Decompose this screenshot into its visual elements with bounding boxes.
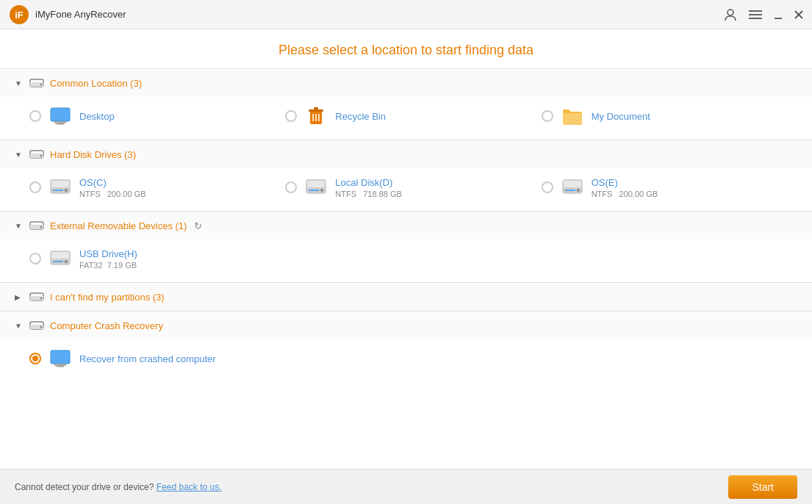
hdd-e-icon — [561, 176, 584, 199]
section-header-hard-disk[interactable]: ▼ Hard Disk Drives (3) — [0, 140, 812, 168]
app-title: iMyFone AnyRecover — [35, 9, 724, 20]
bottom-bar: Cannot detect your drive or device? Feed… — [0, 469, 812, 504]
disk-c-name: OS(C) — [79, 177, 145, 188]
section-title-common-location: Common Location (3) — [50, 78, 142, 89]
window-controls — [724, 8, 803, 21]
svg-point-2 — [727, 10, 733, 15]
svg-point-35 — [577, 189, 580, 192]
svg-rect-12 — [51, 108, 70, 121]
title-bar: iF iMyFone AnyRecover — [0, 0, 812, 29]
app-logo: iF — [9, 4, 29, 25]
bottom-text: Cannot detect your drive or device? Feed… — [15, 482, 728, 492]
section-common-location: ▼ Common Location (3) — [0, 68, 812, 140]
radio-os-c[interactable] — [29, 181, 41, 193]
section-external: ▼ External Removable Devices (1) ↻ — [0, 211, 812, 282]
scroll-area[interactable]: ▼ Common Location (3) — [0, 68, 812, 469]
start-button[interactable]: Start — [728, 475, 797, 499]
disk-c-info: OS(C) NTFS 200.00 GB — [79, 177, 145, 198]
item-my-document-label: My Document — [592, 111, 650, 122]
radio-inner-recover-crashed — [32, 356, 38, 361]
svg-rect-26 — [53, 190, 63, 191]
item-desktop-label: Desktop — [79, 111, 115, 122]
svg-point-42 — [65, 260, 68, 263]
close-icon[interactable] — [794, 10, 803, 19]
item-desktop[interactable]: Desktop — [29, 104, 285, 128]
section-title-cant-find: I can't find my partitions (3) — [50, 292, 165, 303]
section-header-crash-recovery[interactable]: ▼ Computer Crash Recovery — [0, 312, 812, 339]
svg-point-11 — [40, 84, 43, 86]
svg-point-23 — [40, 155, 43, 157]
disk-e-name: OS(E) — [592, 177, 658, 188]
my-document-icon — [561, 104, 584, 128]
menu-icon[interactable] — [749, 10, 762, 20]
radio-usb-h[interactable] — [29, 253, 41, 264]
item-local-d[interactable]: Local Disk(D) NTFS 718.88 GB — [285, 176, 541, 199]
item-recycle-bin-label: Recycle Bin — [335, 111, 386, 122]
feedback-link[interactable]: Feed back to us. — [157, 482, 222, 492]
svg-text:iF: iF — [15, 10, 24, 21]
common-location-grid: Desktop Recycl — [0, 97, 812, 140]
recycle-bin-icon — [304, 104, 328, 128]
svg-rect-49 — [51, 350, 70, 364]
svg-rect-50 — [54, 364, 66, 366]
arrow-external: ▼ — [15, 222, 24, 230]
item-os-e[interactable]: OS(E) NTFS 200.00 GB — [542, 176, 797, 199]
radio-recover-crashed[interactable] — [29, 353, 41, 364]
disk-c-meta: NTFS 200.00 GB — [79, 190, 145, 198]
section-header-common-location[interactable]: ▼ Common Location (3) — [0, 69, 812, 97]
svg-point-27 — [65, 189, 68, 192]
section-crash-recovery: ▼ Computer Crash Recovery — [0, 311, 812, 382]
item-recycle-bin[interactable]: Recycle Bin — [285, 104, 541, 128]
item-recover-crashed[interactable]: Recover from crashed computer — [29, 347, 797, 370]
svg-rect-51 — [57, 366, 64, 367]
main-content: Please select a location to start findin… — [0, 29, 812, 469]
radio-local-d[interactable] — [285, 181, 297, 193]
disk-e-meta: NTFS 200.00 GB — [592, 190, 658, 198]
section-hard-disk: ▼ Hard Disk Drives (3) — [0, 140, 812, 211]
section-header-external[interactable]: ▼ External Removable Devices (1) ↻ — [0, 212, 812, 240]
crash-section-icon — [29, 319, 44, 332]
section-title-crash-recovery: Computer Crash Recovery — [50, 320, 163, 331]
disk-e-info: OS(E) NTFS 200.00 GB — [592, 177, 658, 198]
disk-d-name: Local Disk(D) — [335, 177, 401, 188]
minimize-icon[interactable] — [774, 10, 783, 19]
arrow-cant-find: ▶ — [15, 293, 24, 301]
section-title-hard-disk: Hard Disk Drives (3) — [50, 149, 136, 160]
arrow-hard-disk: ▼ — [15, 151, 24, 159]
section-header-cant-find[interactable]: ▶ I can't find my partitions (3) — [0, 283, 812, 311]
external-section-icon — [29, 219, 44, 232]
svg-point-45 — [40, 298, 43, 300]
radio-desktop[interactable] — [29, 110, 41, 122]
disk-d-meta: NTFS 718.88 GB — [335, 190, 401, 198]
radio-recycle-bin[interactable] — [285, 110, 297, 122]
refresh-icon[interactable]: ↻ — [194, 220, 202, 231]
cant-find-section-icon — [29, 290, 44, 303]
hdd-c-icon — [48, 176, 72, 199]
hdd-section-icon — [29, 148, 44, 161]
item-my-document[interactable]: My Document — [542, 104, 797, 128]
crash-items: Recover from crashed computer — [0, 339, 812, 382]
svg-rect-30 — [309, 190, 319, 191]
svg-rect-41 — [53, 261, 63, 262]
radio-os-e[interactable] — [542, 181, 553, 193]
svg-point-38 — [40, 226, 43, 228]
arrow-crash-recovery: ▼ — [15, 322, 24, 330]
radio-my-document[interactable] — [542, 110, 553, 122]
profile-icon[interactable] — [724, 8, 737, 21]
arrow-common-location: ▼ — [15, 79, 24, 87]
item-os-c[interactable]: OS(C) NTFS 200.00 GB — [29, 176, 285, 199]
page-header: Please select a location to start findin… — [0, 29, 812, 68]
item-usb-h[interactable]: USB Drive(H) FAT32 7.19 GB — [29, 247, 797, 270]
drive-icon — [29, 76, 44, 90]
hard-disk-grid: OS(C) NTFS 200.00 GB — [0, 168, 812, 211]
bottom-static-text: Cannot detect your drive or device? — [15, 482, 154, 492]
svg-rect-14 — [57, 123, 64, 125]
svg-rect-13 — [54, 121, 66, 123]
external-items: USB Drive(H) FAT32 7.19 GB — [0, 240, 812, 282]
recover-crashed-label: Recover from crashed computer — [79, 353, 216, 364]
svg-point-48 — [40, 326, 43, 328]
usb-h-name: USB Drive(H) — [79, 248, 137, 259]
svg-rect-17 — [314, 107, 318, 109]
section-title-external: External Removable Devices (1) — [50, 220, 187, 231]
desktop-icon — [48, 104, 72, 128]
